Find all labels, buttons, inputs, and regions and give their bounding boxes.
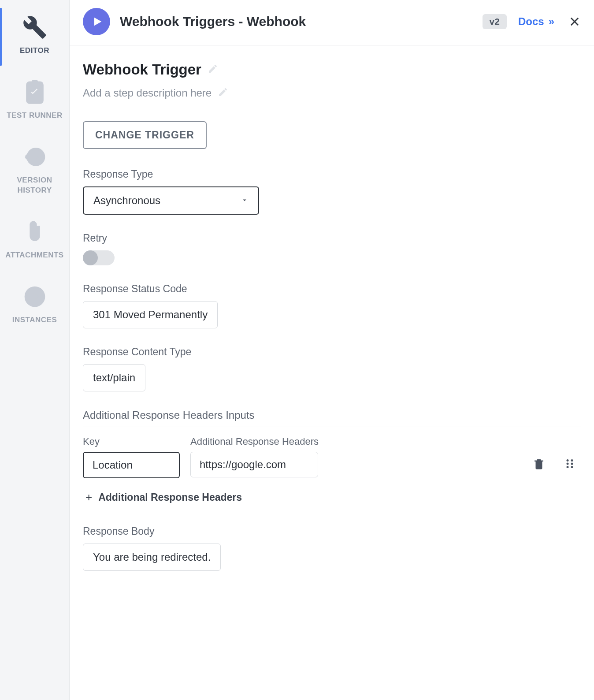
sidebar-item-version-history[interactable]: VERSION HISTORY	[0, 134, 69, 209]
caret-down-icon	[241, 194, 249, 207]
step-description-placeholder[interactable]: Add a step description here	[83, 87, 212, 99]
docs-link[interactable]: Docs »	[518, 15, 553, 28]
svg-point-4	[567, 466, 569, 468]
paperclip-icon	[21, 218, 49, 246]
version-badge[interactable]: v2	[483, 14, 507, 29]
svg-point-6	[571, 463, 573, 465]
sidebar-item-label: VERSION HISTORY	[3, 175, 67, 196]
sidebar-item-label: TEST RUNNER	[7, 111, 62, 121]
retry-label: Retry	[83, 232, 581, 244]
header-value-input[interactable]: https://google.com	[190, 452, 318, 477]
sidebar-item-instances[interactable]: INSTANCES	[0, 274, 69, 339]
retry-toggle[interactable]	[83, 250, 115, 265]
content: Webhook Trigger Add a step description h…	[70, 45, 594, 597]
response-content-type-input[interactable]: text/plain	[83, 364, 145, 391]
pencil-icon[interactable]	[208, 63, 218, 76]
sidebar-item-label: ATTACHMENTS	[5, 250, 63, 261]
wrench-icon	[21, 13, 49, 41]
header-key-input[interactable]: Location	[83, 452, 180, 478]
header-row: Key Location Additional Response Headers…	[83, 436, 581, 478]
svg-point-3	[567, 463, 569, 465]
sidebar-item-editor[interactable]: EDITOR	[0, 4, 69, 69]
sidebar-item-label: INSTANCES	[12, 315, 57, 325]
history-icon	[21, 143, 49, 171]
sidebar: EDITOR TEST RUNNER VERSION HISTORY ATTAC…	[0, 0, 70, 700]
play-icon	[83, 8, 110, 35]
svg-point-2	[567, 459, 569, 462]
clipboard-check-icon	[21, 78, 49, 106]
delete-row-button[interactable]	[532, 457, 546, 472]
response-content-type-label: Response Content Type	[83, 346, 581, 358]
toggle-knob	[83, 250, 98, 265]
svg-point-7	[571, 466, 573, 468]
response-status-code-label: Response Status Code	[83, 283, 581, 295]
page-title: Webhook Triggers - Webhook	[120, 14, 483, 29]
close-button[interactable]	[568, 15, 581, 28]
response-type-label: Response Type	[83, 168, 581, 180]
additional-headers-heading: Additional Response Headers Inputs	[83, 409, 581, 427]
docs-link-label: Docs	[518, 15, 544, 28]
svg-point-5	[571, 459, 573, 462]
play-circle-icon	[21, 283, 49, 311]
add-header-button[interactable]: + Additional Response Headers	[85, 491, 581, 504]
header-key-label: Key	[83, 436, 180, 447]
sidebar-item-attachments[interactable]: ATTACHMENTS	[0, 209, 69, 274]
drag-handle-icon[interactable]	[563, 457, 576, 472]
response-body-input[interactable]: You are being redirected.	[83, 544, 221, 571]
sidebar-item-test-runner[interactable]: TEST RUNNER	[0, 69, 69, 134]
response-status-code-input[interactable]: 301 Moved Permanently	[83, 301, 218, 328]
response-type-value: Asynchronous	[93, 194, 160, 207]
chevrons-right-icon: »	[549, 15, 553, 28]
sidebar-item-label: EDITOR	[20, 46, 49, 56]
add-header-label: Additional Response Headers	[98, 491, 242, 503]
section-title: Webhook Trigger	[83, 61, 201, 78]
header: Webhook Triggers - Webhook v2 Docs »	[70, 0, 594, 45]
main-panel: Webhook Triggers - Webhook v2 Docs » Web…	[70, 0, 594, 700]
header-value-label: Additional Response Headers	[190, 436, 319, 447]
response-type-select[interactable]: Asynchronous	[83, 186, 259, 215]
change-trigger-button[interactable]: CHANGE TRIGGER	[83, 121, 207, 149]
pencil-icon[interactable]	[218, 87, 228, 99]
plus-icon: +	[85, 491, 92, 504]
response-body-label: Response Body	[83, 525, 581, 537]
